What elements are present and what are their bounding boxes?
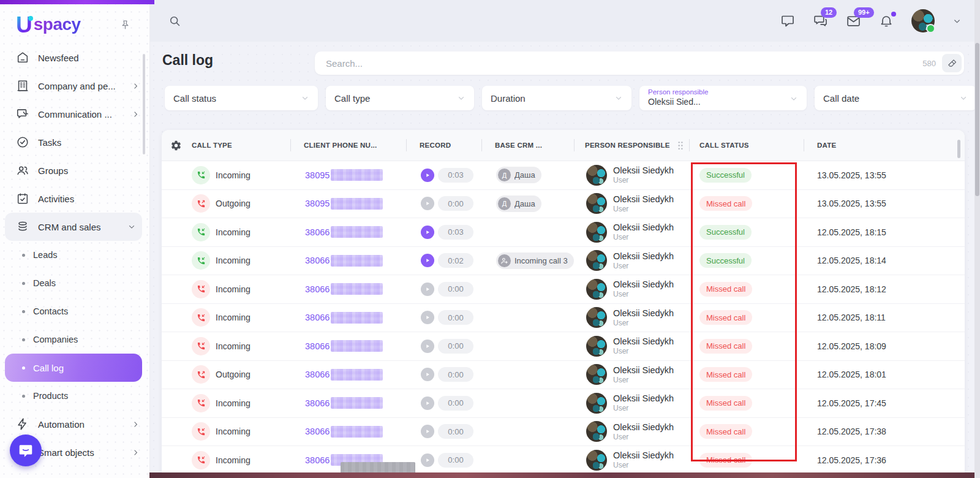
sidebar-subitem-deals[interactable]: Deals <box>0 269 149 297</box>
person-name: Oleksii Siedykh <box>613 393 674 404</box>
sidebar-subitem-products[interactable]: Products <box>0 382 149 410</box>
sidebar-item-crm-and-sales[interactable]: CRM and sales <box>5 213 142 241</box>
scrollbar-thumb[interactable] <box>975 43 979 196</box>
client-phone-link[interactable]: 38066 <box>305 455 330 465</box>
sidebar-item-automation[interactable]: Automation <box>0 410 149 438</box>
chevron-down-icon <box>127 222 136 231</box>
window-scrollbar[interactable] <box>974 0 980 478</box>
sidebar-item-tasks[interactable]: Tasks <box>0 128 149 156</box>
bullet-icon <box>22 282 25 285</box>
filter-duration[interactable]: Duration <box>482 86 631 110</box>
sidebar-item-label: Communication ... <box>38 109 132 120</box>
sidebar-subitem-call-log[interactable]: Call log <box>5 354 142 382</box>
sidebar-scrollbar[interactable] <box>143 54 145 154</box>
base-crm-chip[interactable]: ДДаша <box>496 167 541 183</box>
column-header-base-crm[interactable]: BASE CRM ... <box>481 130 574 161</box>
comment-icon[interactable] <box>780 13 795 28</box>
play-record-button[interactable] <box>421 311 434 324</box>
profile-chevron-down-icon[interactable] <box>952 17 962 26</box>
client-phone-link[interactable]: 38095 <box>305 199 330 208</box>
sidebar-item-activities[interactable]: Activities <box>0 184 149 213</box>
incoming-call-icon <box>192 394 210 412</box>
column-header-call-type[interactable]: CALL TYPE <box>186 130 290 161</box>
sidebar-item-groups[interactable]: Groups <box>0 156 149 184</box>
column-header-date[interactable]: DATE <box>804 130 965 161</box>
play-record-button[interactable] <box>421 283 434 296</box>
sidebar-item-company-and-pe[interactable]: Company and pe... <box>0 72 149 100</box>
play-record-button[interactable] <box>421 368 434 381</box>
column-header-call-status[interactable]: CALL STATUS <box>689 130 804 161</box>
client-phone-link[interactable]: 38066 <box>305 313 330 322</box>
call-date: 13.05.2025, 13:55 <box>817 170 886 180</box>
user-avatar[interactable] <box>911 9 935 32</box>
play-record-button[interactable] <box>421 254 434 267</box>
chevron-down-icon <box>959 94 968 102</box>
chat-fab[interactable] <box>10 434 42 466</box>
eraser-button[interactable] <box>942 54 962 72</box>
sidebar-subitem-leads[interactable]: Leads <box>0 241 149 269</box>
sidebar-subitem-contacts[interactable]: Contacts <box>0 297 149 325</box>
base-crm-label: Даша <box>514 199 535 208</box>
play-record-button[interactable] <box>421 169 434 182</box>
call-date: 12.05.2025, 18:12 <box>817 284 886 294</box>
person-avatar <box>586 165 607 186</box>
pin-icon[interactable] <box>119 19 131 31</box>
column-header-person-responsible[interactable]: PERSON RESPONSIBLE <box>574 130 689 161</box>
bell-icon[interactable] <box>879 13 894 28</box>
call-log-row[interactable]: Outgoing380950:00ДДашаOleksii SiedykhUse… <box>162 190 965 219</box>
call-duration: 0:00 <box>438 367 473 382</box>
person-name: Oleksii Siedykh <box>613 165 674 176</box>
sidebar-subitem-companies[interactable]: Companies <box>0 325 149 354</box>
client-phone-link[interactable]: 38066 <box>305 427 330 436</box>
chats-icon[interactable]: 12 <box>813 13 828 29</box>
search-input[interactable] <box>325 58 922 69</box>
call-status-badge: Missed call <box>699 339 752 354</box>
filter-call-date[interactable]: Call date <box>815 86 976 110</box>
filter-call-status[interactable]: Call status <box>165 86 318 110</box>
play-record-button[interactable] <box>421 226 434 239</box>
call-log-row[interactable]: Incoming380660:00Oleksii SiedykhUserMiss… <box>162 332 965 361</box>
column-divider <box>406 139 407 151</box>
filter-person-responsible[interactable]: Person responsibleOleksii Sied... <box>639 86 807 110</box>
column-header-client-phone-nu[interactable]: CLIENT PHONE NU... <box>290 130 406 161</box>
mail-icon[interactable]: 99+ <box>846 13 861 29</box>
call-log-row[interactable]: Incoming380660:00Oleksii SiedykhUserMiss… <box>162 304 965 333</box>
column-header-record[interactable]: RECORD <box>406 130 481 161</box>
call-log-row[interactable]: Incoming380950:03ДДашаOleksii SiedykhUse… <box>162 161 965 190</box>
client-phone-link[interactable]: 38066 <box>305 398 330 408</box>
table-header-row: CALL TYPECLIENT PHONE NU...RECORDBASE CR… <box>162 130 965 161</box>
person-name: Oleksii Siedykh <box>613 279 674 290</box>
client-phone-link[interactable]: 38095 <box>305 170 330 180</box>
uspacy-logo[interactable]: Uspacy <box>16 13 81 36</box>
search-icon[interactable] <box>168 15 181 28</box>
call-log-row[interactable]: Outgoing380660:00Oleksii SiedykhUserMiss… <box>162 361 965 390</box>
base-crm-chip[interactable]: ДДаша <box>496 195 541 212</box>
sidebar-item-communication[interactable]: Communication ... <box>0 100 149 128</box>
play-record-button[interactable] <box>421 425 434 438</box>
client-phone-link[interactable]: 38066 <box>305 370 330 379</box>
play-record-button[interactable] <box>421 396 434 410</box>
client-phone-link[interactable]: 38066 <box>305 256 330 265</box>
client-phone-link[interactable]: 38066 <box>305 284 330 294</box>
client-phone-link[interactable]: 38066 <box>305 341 330 351</box>
person-avatar <box>586 250 607 271</box>
play-record-button[interactable] <box>421 340 434 353</box>
call-log-row[interactable]: Incoming380660:00Oleksii SiedykhUserMiss… <box>162 446 965 475</box>
base-crm-chip[interactable]: Incoming call 38. <box>496 252 574 269</box>
incoming-call-icon <box>192 223 210 241</box>
call-duration: 0:00 <box>438 339 473 354</box>
sidebar-item-newsfeed[interactable]: Newsfeed <box>0 44 149 72</box>
column-drag-handle-icon[interactable] <box>677 141 684 150</box>
call-log-row[interactable]: Incoming380660:00Oleksii SiedykhUserMiss… <box>162 275 965 304</box>
person-role: User <box>613 319 674 328</box>
filter-call-type[interactable]: Call type <box>326 86 474 110</box>
call-log-row[interactable]: Incoming380660:02Incoming call 38.Oleksi… <box>162 247 965 276</box>
call-log-row[interactable]: Incoming380660:00Oleksii SiedykhUserMiss… <box>162 389 965 418</box>
table-scrollbar[interactable] <box>957 140 960 158</box>
call-log-row[interactable]: Incoming380660:00Oleksii SiedykhUserMiss… <box>162 418 965 447</box>
client-phone-link[interactable]: 38066 <box>305 227 330 237</box>
call-log-row[interactable]: Incoming380660:03Oleksii SiedykhUserSucc… <box>162 218 965 247</box>
table-settings-gear-icon[interactable] <box>170 140 182 151</box>
play-record-button[interactable] <box>421 197 434 210</box>
play-record-button[interactable] <box>421 453 434 467</box>
